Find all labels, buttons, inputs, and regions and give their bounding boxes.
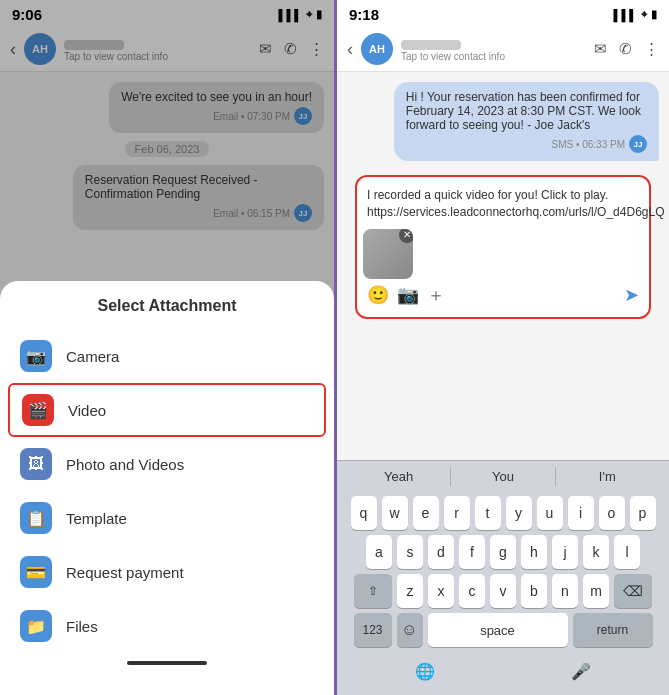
keyboard-row-1: q w e r t y u i o p: [341, 496, 665, 530]
right-back-button[interactable]: ‹: [347, 39, 353, 60]
remove-thumbnail-button[interactable]: ✕: [399, 229, 413, 243]
battery-icon: ▮: [651, 8, 657, 21]
key-o[interactable]: o: [599, 496, 625, 530]
keyboard-row-4: 123 ☺ space return: [341, 613, 665, 647]
key-f[interactable]: f: [459, 535, 485, 569]
right-avatar: AH: [361, 33, 393, 65]
right-mail-icon[interactable]: ✉: [594, 40, 607, 58]
video-label: Video: [68, 402, 106, 419]
video-icon: 🎬: [22, 394, 54, 426]
suggestion-yeah[interactable]: Yeah: [347, 467, 451, 486]
files-label: Files: [66, 618, 98, 635]
compose-actions: 🙂 📷 ＋ ➤: [363, 279, 643, 311]
sent-timestamp: SMS • 06:33 PM: [551, 139, 625, 150]
left-panel: 9:06 ▌▌▌ ⌖ ▮ ‹ AH Tap to view contact in…: [0, 0, 334, 695]
camera-option[interactable]: 📷 Camera: [0, 329, 334, 383]
files-option[interactable]: 📁 Files: [0, 599, 334, 653]
key-n[interactable]: n: [552, 574, 578, 608]
payment-icon: 💳: [20, 556, 52, 588]
key-s[interactable]: s: [397, 535, 423, 569]
compose-area[interactable]: I recorded a quick video for you! Click …: [355, 175, 651, 319]
key-k[interactable]: k: [583, 535, 609, 569]
globe-icon[interactable]: 🌐: [347, 662, 503, 681]
camera-icon: 📷: [20, 340, 52, 372]
right-panel: 9:18 ▌▌▌ ⌖ ▮ ‹ AH Tap to view contact in…: [334, 0, 669, 695]
right-contact-info: Tap to view contact info: [401, 36, 586, 62]
video-option[interactable]: 🎬 Video: [8, 383, 326, 437]
sent-meta: SMS • 06:33 PM JJ: [406, 135, 647, 153]
right-time: 9:18: [349, 6, 379, 23]
key-e[interactable]: e: [413, 496, 439, 530]
compose-text[interactable]: I recorded a quick video for you! Click …: [363, 183, 643, 225]
right-avatar-initials: AH: [369, 43, 385, 55]
send-button[interactable]: ➤: [624, 284, 639, 306]
key-j[interactable]: j: [552, 535, 578, 569]
shift-key[interactable]: ⇧: [354, 574, 392, 608]
emoji-key[interactable]: ☺: [397, 613, 423, 647]
sent-avatar: JJ: [629, 135, 647, 153]
compose-thumbnail: ✕: [363, 229, 413, 279]
right-contact-name: [401, 36, 586, 51]
wifi-icon: ⌖: [641, 8, 647, 21]
right-status-bar: 9:18 ▌▌▌ ⌖ ▮: [337, 0, 669, 27]
right-more-icon[interactable]: ⋮: [644, 40, 659, 58]
template-label: Template: [66, 510, 127, 527]
right-phone-icon[interactable]: ✆: [619, 40, 632, 58]
signal-icon: ▌▌▌: [614, 9, 637, 21]
template-icon: 📋: [20, 502, 52, 534]
attach-button[interactable]: ＋: [427, 283, 445, 307]
key-i[interactable]: i: [568, 496, 594, 530]
keyboard-row-2: a s d f g h j k l: [341, 535, 665, 569]
sheet-title: Select Attachment: [0, 297, 334, 315]
right-messages-area: Hi ! Your reservation has been confirmed…: [337, 72, 669, 460]
keyboard-row-3: ⇧ z x c v b n m ⌫: [341, 574, 665, 608]
payment-option[interactable]: 💳 Request payment: [0, 545, 334, 599]
suggestion-you[interactable]: You: [451, 467, 555, 486]
num-key[interactable]: 123: [354, 613, 392, 647]
key-u[interactable]: u: [537, 496, 563, 530]
keyboard: q w e r t y u i o p a s d f g h j k l ⇧ …: [337, 492, 669, 656]
payment-label: Request payment: [66, 564, 184, 581]
emoji-button[interactable]: 🙂: [367, 284, 389, 306]
key-d[interactable]: d: [428, 535, 454, 569]
home-indicator: [127, 661, 207, 665]
right-nav-actions: ✉ ✆ ⋮: [594, 40, 659, 58]
photo-label: Photo and Videos: [66, 456, 184, 473]
keyboard-bottom-bar: 🌐 🎤: [337, 656, 669, 695]
key-g[interactable]: g: [490, 535, 516, 569]
sent-message: Hi ! Your reservation has been confirmed…: [394, 82, 659, 161]
return-key[interactable]: return: [573, 613, 653, 647]
key-c[interactable]: c: [459, 574, 485, 608]
key-y[interactable]: y: [506, 496, 532, 530]
key-v[interactable]: v: [490, 574, 516, 608]
key-h[interactable]: h: [521, 535, 547, 569]
key-l[interactable]: l: [614, 535, 640, 569]
key-z[interactable]: z: [397, 574, 423, 608]
attachment-sheet: Select Attachment 📷 Camera 🎬 Video 🖼 Pho…: [0, 281, 334, 695]
space-key[interactable]: space: [428, 613, 568, 647]
photo-videos-option[interactable]: 🖼 Photo and Videos: [0, 437, 334, 491]
camera-button[interactable]: 📷: [397, 284, 419, 306]
right-status-icons: ▌▌▌ ⌖ ▮: [614, 8, 657, 21]
keyboard-suggestions: Yeah You I'm: [337, 460, 669, 492]
right-contact-sub: Tap to view contact info: [401, 51, 586, 62]
key-m[interactable]: m: [583, 574, 609, 608]
mic-icon[interactable]: 🎤: [503, 662, 659, 681]
template-option[interactable]: 📋 Template: [0, 491, 334, 545]
key-x[interactable]: x: [428, 574, 454, 608]
right-nav-bar: ‹ AH Tap to view contact info ✉ ✆ ⋮: [337, 27, 669, 72]
delete-key[interactable]: ⌫: [614, 574, 652, 608]
files-icon: 📁: [20, 610, 52, 642]
key-r[interactable]: r: [444, 496, 470, 530]
key-a[interactable]: a: [366, 535, 392, 569]
camera-label: Camera: [66, 348, 119, 365]
photo-icon: 🖼: [20, 448, 52, 480]
key-w[interactable]: w: [382, 496, 408, 530]
sent-text: Hi ! Your reservation has been confirmed…: [406, 90, 641, 132]
suggestion-im[interactable]: I'm: [556, 467, 659, 486]
key-p[interactable]: p: [630, 496, 656, 530]
key-b[interactable]: b: [521, 574, 547, 608]
key-q[interactable]: q: [351, 496, 377, 530]
key-t[interactable]: t: [475, 496, 501, 530]
